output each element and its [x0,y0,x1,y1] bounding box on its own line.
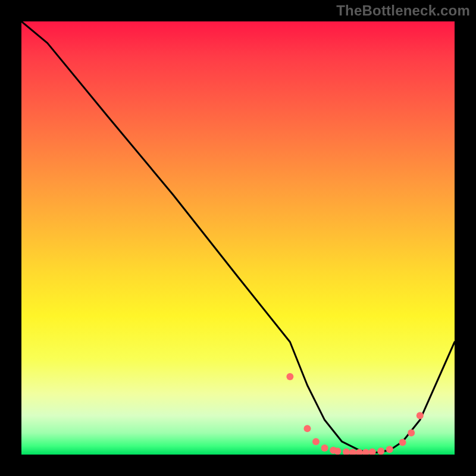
marker-point [286,373,293,380]
marker-point [312,438,320,445]
plot-area [21,21,455,455]
marker-point [304,425,311,432]
marker-point [369,449,376,455]
marker-point [362,449,369,455]
marker-point [343,449,350,455]
watermark-text: TheBottleneck.com [336,2,470,19]
marker-point [399,439,406,446]
marker-point [377,447,384,455]
marker-point [334,447,341,455]
marker-point [386,446,393,453]
chart-frame: TheBottleneck.com [0,0,476,476]
marker-point [321,444,328,452]
marker-point [349,449,356,455]
chart-overlay [21,21,455,455]
marker-point [416,412,424,419]
curve-line [21,21,455,452]
marker-point [408,430,415,437]
